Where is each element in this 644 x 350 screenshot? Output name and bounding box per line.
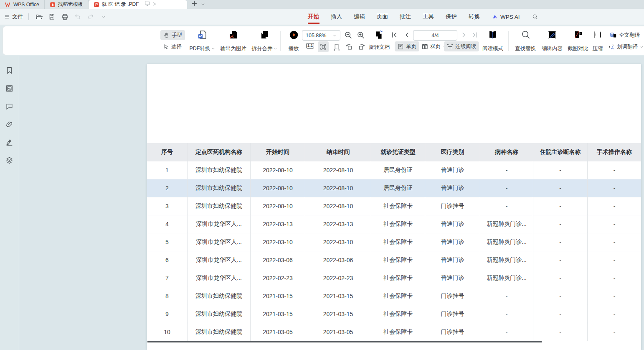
select-tool-button[interactable]: 选择 (160, 42, 185, 52)
file-menu-button[interactable]: 文件 (4, 13, 23, 20)
cursor-icon (163, 44, 169, 50)
table-cell: - (533, 269, 588, 287)
table-row[interactable]: 1深圳市妇幼保健院2022-08-102022-08-10居民身份证普通门诊--… (147, 161, 641, 179)
table-cell: 普通门诊 (425, 179, 480, 197)
comment-icon[interactable] (5, 102, 13, 112)
menu-tools[interactable]: 工具 (423, 9, 434, 25)
tab-document-active[interactable]: 就 医 记 录 .PDF (89, 0, 187, 9)
table-row[interactable]: 5深圳市龙华区人...2022-03-102022-03-10社会保障卡普通门诊… (147, 233, 641, 251)
table-cell: 新冠肺炎门诊... (480, 233, 533, 251)
attachment-icon[interactable] (5, 120, 13, 130)
table-header-cell: 结束时间 (305, 143, 371, 161)
thumbnails-icon[interactable] (5, 84, 13, 94)
redo-icon[interactable] (86, 12, 95, 21)
menu-edit[interactable]: 编辑 (354, 9, 365, 25)
zoom-out-button[interactable] (344, 31, 352, 39)
rotate-doc-label[interactable]: 旋转文档 (369, 44, 390, 51)
hand-icon (163, 32, 170, 38)
table-cell: 社会保障卡 (371, 233, 425, 251)
word-translate-button[interactable]: 划词翻译 (605, 42, 644, 52)
signature-icon[interactable] (5, 138, 13, 148)
table-cell: 新冠肺炎门诊... (480, 251, 533, 269)
tab-monitor-icon[interactable] (145, 1, 150, 8)
table-row[interactable]: 3深圳市妇幼保健院2022-08-102022-08-10社会保障卡门诊挂号--… (147, 197, 641, 215)
table-cell: 深圳市龙华区人... (188, 233, 251, 251)
hand-tool-button[interactable]: 手型 (160, 30, 185, 40)
fit-page-button[interactable] (318, 41, 329, 52)
table-cell: 2022-08-10 (251, 179, 305, 197)
table-header-cell: 医疗类别 (425, 143, 480, 161)
table-row[interactable]: 7深圳市龙华区人...2022-02-232022-02-23社会保障卡普通门诊… (147, 269, 641, 287)
hand-tool-label: 手型 (172, 32, 182, 39)
table-cell: 2021-03-15 (251, 287, 305, 305)
document-canvas[interactable]: 序号定点医药机构名称开始时间结束时间就诊凭证类型医疗类别病种名称住院主诊断名称手… (19, 56, 644, 350)
chevron-down-icon (640, 45, 644, 49)
find-replace-button[interactable]: 查找替换 (512, 30, 538, 52)
table-cell: 深圳市龙华区人... (188, 269, 251, 287)
tab-docer[interactable]: 找稻壳模板 (45, 0, 89, 9)
table-row[interactable]: 9深圳市妇幼保健院2021-03-152021-03-15社会保障卡门诊挂号--… (147, 305, 641, 323)
single-page-button[interactable]: 单页 (395, 41, 419, 51)
table-header-cell: 病种名称 (480, 143, 533, 161)
table-row[interactable]: 4深圳市龙华区人...2022-03-132022-03-13社会保障卡普通门诊… (147, 215, 641, 233)
zoom-in-button[interactable] (356, 31, 365, 39)
medical-record-table: 序号定点医药机构名称开始时间结束时间就诊凭证类型医疗类别病种名称住院主诊断名称手… (147, 143, 641, 341)
tab-wps-office[interactable]: WPS Office (0, 0, 45, 9)
swap-pages-button[interactable] (373, 30, 384, 41)
open-file-icon[interactable] (34, 12, 43, 21)
table-cell: 门诊挂号 (425, 305, 480, 323)
table-header-cell: 手术操作名称 (588, 143, 641, 161)
table-cell: 社会保障卡 (371, 323, 425, 341)
table-header-cell: 序号 (147, 143, 188, 161)
prev-page-button[interactable] (403, 31, 411, 39)
rotate-right-button[interactable] (356, 41, 367, 52)
bookmark-icon[interactable] (5, 66, 13, 76)
menu-home[interactable]: 开始 (308, 9, 319, 25)
menu-insert[interactable]: 插入 (331, 9, 342, 25)
fit-width-button[interactable] (331, 41, 342, 52)
save-icon[interactable] (47, 12, 56, 21)
menu-annotate[interactable]: 批注 (400, 9, 411, 25)
menu-wps-ai[interactable]: WPS AI (492, 9, 520, 25)
last-page-button[interactable] (471, 31, 479, 39)
tab-close-icon[interactable] (152, 1, 157, 8)
table-cell: 2022-08-10 (305, 179, 371, 197)
full-translate-button[interactable]: 全文翻译 (607, 30, 643, 40)
split-merge-button[interactable]: 拆分合并 (249, 30, 279, 52)
zoom-select[interactable]: 105.88% (302, 30, 340, 41)
pdf-convert-button[interactable]: PDF转换 (187, 30, 218, 52)
new-tab-button[interactable] (191, 0, 198, 8)
menu-convert[interactable]: 转换 (469, 9, 480, 25)
table-row[interactable]: 6深圳市龙华区人...2022-03-062022-03-06社会保障卡普通门诊… (147, 251, 641, 269)
table-bottom-scrollbar[interactable] (147, 341, 542, 342)
export-image-button[interactable]: 输出为图片 (218, 30, 249, 52)
compress-button[interactable]: 压缩 (589, 30, 606, 52)
next-page-button[interactable] (460, 31, 468, 39)
play-button[interactable]: 播放 (284, 30, 304, 52)
pdf-page[interactable]: 序号定点医药机构名称开始时间结束时间就诊凭证类型医疗类别病种名称住院主诊断名称手… (147, 64, 641, 350)
continuous-read-button[interactable]: 连续阅读 (444, 41, 479, 51)
tab-list-chevron-icon[interactable] (201, 1, 205, 8)
table-row[interactable]: 10深圳市妇幼保健院2021-03-052021-03-05社会保障卡门诊挂号-… (147, 323, 641, 341)
qat-chevron-icon[interactable] (99, 12, 108, 21)
table-cell: 居民身份证 (371, 179, 425, 197)
menu-page[interactable]: 页面 (377, 9, 388, 25)
table-cell: 3 (147, 197, 188, 215)
menu-search-icon[interactable] (532, 9, 538, 25)
table-row[interactable]: 2深圳市妇幼保健院2022-08-102022-08-10居民身份证普通门诊--… (147, 179, 641, 197)
print-icon[interactable] (60, 12, 69, 21)
rotate-left-button[interactable] (344, 41, 355, 52)
screenshot-compare-button[interactable]: 截图对比 (565, 30, 591, 52)
table-cell: - (588, 287, 641, 305)
page-indicator-input[interactable] (413, 30, 457, 41)
table-cell: 深圳市妇幼保健院 (188, 287, 251, 305)
layers-icon[interactable] (5, 156, 13, 166)
table-cell: - (533, 179, 588, 197)
undo-icon[interactable] (73, 12, 82, 21)
menu-protect[interactable]: 保护 (446, 9, 457, 25)
first-page-button[interactable] (390, 31, 398, 39)
table-row[interactable]: 8深圳市妇幼保健院2021-03-152021-03-15社会保障卡门诊挂号--… (147, 287, 641, 305)
read-mode-button[interactable]: 阅读模式 (481, 30, 505, 52)
edit-content-button[interactable]: 编辑内容 (539, 30, 565, 52)
actual-size-button[interactable]: 1:1 (306, 43, 314, 49)
